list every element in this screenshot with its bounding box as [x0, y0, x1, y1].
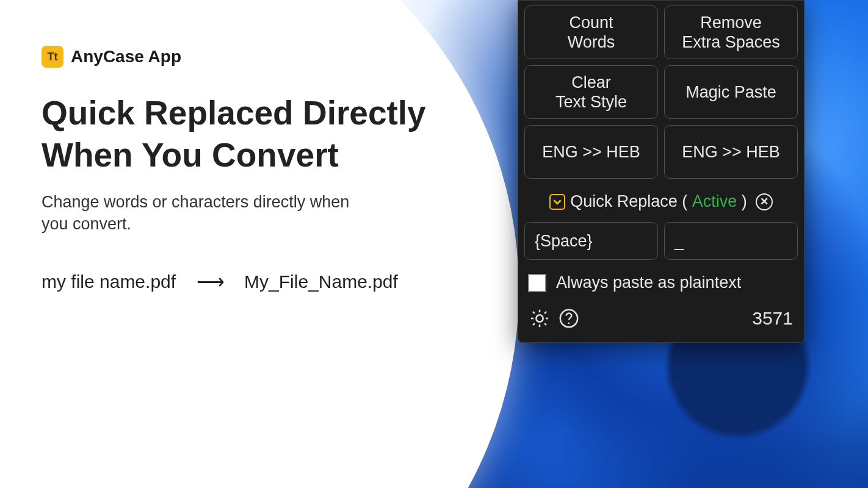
quick-replace-label: Quick Replace ( Active )	[570, 192, 747, 211]
chevron-down-icon	[553, 198, 562, 206]
clear-text-style-button[interactable]: Clear Text Style	[524, 65, 658, 119]
app-badge: Tt AnyCase App	[42, 46, 181, 68]
svg-point-1	[568, 322, 570, 324]
app-logo-icon: Tt	[42, 46, 63, 68]
remove-extra-spaces-button[interactable]: Remove Extra Spaces	[664, 5, 798, 59]
example-before: my file name.pdf	[42, 271, 176, 292]
quick-replace-status: Active	[692, 192, 737, 210]
plaintext-checkbox[interactable]	[528, 274, 546, 292]
plaintext-label: Always paste as plaintext	[556, 273, 741, 292]
replace-from-input[interactable]: {Space}	[524, 222, 658, 260]
example-after: My_File_Name.pdf	[244, 271, 398, 292]
arrow-icon: ⟶	[197, 270, 223, 293]
headline: Quick Replaced Directly When You Convert	[42, 92, 432, 176]
app-panel: Count Words Remove Extra Spaces Clear Te…	[518, 0, 805, 343]
help-icon[interactable]	[559, 308, 579, 329]
close-icon: ✕	[760, 195, 769, 208]
counter-value: 3571	[752, 308, 793, 329]
count-words-button[interactable]: Count Words	[524, 5, 658, 59]
decor-dot	[347, 442, 394, 488]
marketing-copy: Tt AnyCase App Quick Replaced Directly W…	[42, 46, 432, 293]
eng-heb-button-2[interactable]: ENG >> HEB	[664, 125, 798, 179]
magic-paste-button[interactable]: Magic Paste	[664, 65, 798, 119]
quick-replace-close-button[interactable]: ✕	[756, 193, 773, 210]
decor-dot	[372, 390, 416, 434]
app-name: AnyCase App	[71, 47, 181, 66]
replace-to-input[interactable]: _	[664, 222, 798, 260]
example-row: my file name.pdf ⟶ My_File_Name.pdf	[42, 270, 432, 293]
gear-icon[interactable]	[529, 308, 550, 329]
quick-replace-toggle[interactable]	[549, 194, 565, 210]
subheadline: Change words or characters directly when…	[42, 191, 371, 235]
eng-heb-button-1[interactable]: ENG >> HEB	[524, 125, 658, 179]
